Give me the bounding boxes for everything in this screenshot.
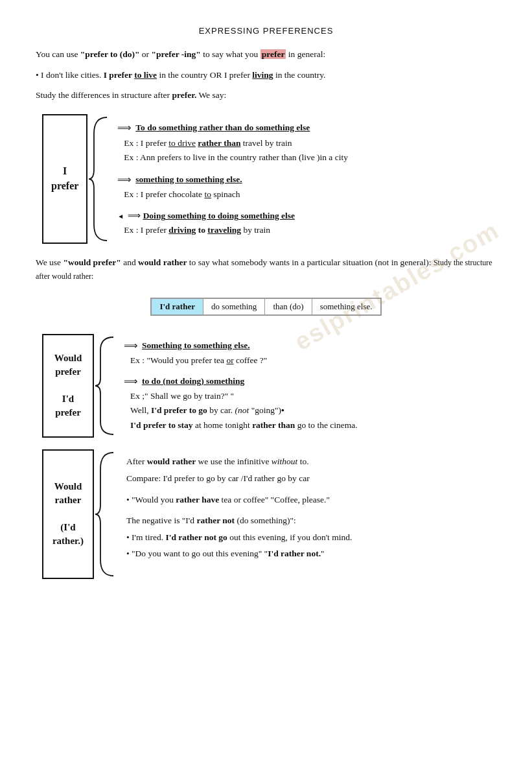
would-prefer-brace-icon xyxy=(94,334,119,438)
curly-brace-icon xyxy=(87,114,112,244)
wp-rule2: ⟹ to do (not doing) something Ex ;" Shal… xyxy=(124,374,358,432)
rule3: ◄ ⟹ Doing something to doing something e… xyxy=(117,209,348,237)
would-section-intro: We use "would prefer" and would rather t… xyxy=(36,255,496,283)
would-rather-box: Wouldrather(I'drather.) xyxy=(42,449,94,579)
wr-neg2: • "Do you want to go out this evening" "… xyxy=(126,547,496,561)
rather-table: I'd rather do something than (do) someth… xyxy=(150,298,381,316)
wp-rule1: ⟹ Something to something else. Ex : "Wou… xyxy=(124,338,358,368)
wr-line2: Compare: I'd prefer to go by car /I'd ra… xyxy=(126,471,496,486)
would-prefer-box: WouldpreferI'dprefer xyxy=(42,334,94,438)
wr-bullet1: • "Would you rather have tea or coffee" … xyxy=(126,493,496,507)
intro-post: to say what you xyxy=(201,49,260,59)
rather-cell3: than (do) xyxy=(265,298,312,314)
wr-neg1: • I'm tired. I'd rather not go out this … xyxy=(126,530,496,545)
would-rather-brace-icon xyxy=(94,449,119,579)
prefer-highlight: prefer xyxy=(260,49,286,59)
bullet-line: • I don't like cities. I prefer to live … xyxy=(36,68,496,82)
wr-line1: After would rather we use the infinitive… xyxy=(126,455,496,469)
intro-pre: You can use xyxy=(36,49,80,59)
rather-cell4: something else. xyxy=(312,298,380,314)
study-line: Study the differences in structure after… xyxy=(36,88,496,102)
intro-end: in general: xyxy=(286,49,325,59)
wr-negative-intro: The negative is "I'd rather not (do some… xyxy=(126,514,496,528)
rather-cell1: I'd rather xyxy=(152,298,203,314)
intro-bold2: "prefer -ing" xyxy=(151,49,200,59)
page-title: EXPRESSING PREFERENCES xyxy=(36,26,496,36)
rule1: ⟹ To do something rather than do somethi… xyxy=(117,121,348,164)
i-prefer-box: Iprefer xyxy=(42,114,87,244)
rather-cell2: do something xyxy=(203,298,264,314)
intro-line1: You can use "prefer to (do)" or "prefer … xyxy=(36,47,496,62)
rule2: ⟹ something to something else. Ex : I pr… xyxy=(117,172,348,202)
i-prefer-section: Iprefer ⟹ To do something rather than do… xyxy=(42,114,496,244)
intro-mid: or xyxy=(139,49,151,59)
intro-bold1: "prefer to (do)" xyxy=(80,49,140,59)
would-rather-section: Wouldrather(I'drather.) After would rath… xyxy=(42,449,496,579)
would-prefer-section: WouldpreferI'dprefer ⟹ Something to some… xyxy=(42,334,496,438)
